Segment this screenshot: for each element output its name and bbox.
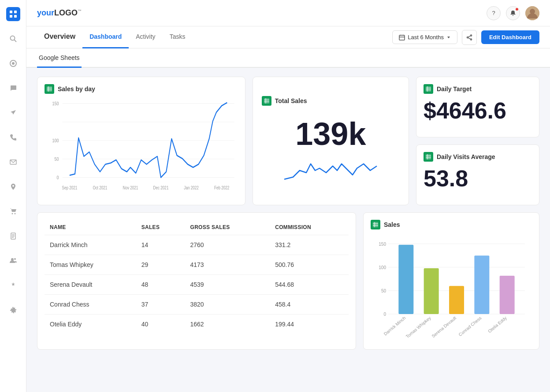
logo-tm: ™ <box>78 9 82 13</box>
sidebar-item-home[interactable] <box>6 7 20 21</box>
svg-line-27 <box>468 37 470 39</box>
topbar-actions: ? <box>487 6 539 20</box>
svg-text:Dec 2021: Dec 2021 <box>153 185 169 190</box>
sidebar-item-mail[interactable] <box>6 155 20 169</box>
sidebar-item-cart[interactable] <box>6 204 20 218</box>
daily-target-title: Daily Target <box>437 85 472 92</box>
bar-chart-svg: 050100150Darrick MinchTomas WhipkeySeren… <box>371 235 529 340</box>
sidebar-item-users[interactable] <box>6 254 20 268</box>
sidebar-item-document[interactable] <box>6 229 20 243</box>
nav-area: Overview Dashboard Activity Tasks Last 6 <box>26 26 550 48</box>
nav-dashboard[interactable]: Dashboard <box>82 26 129 48</box>
sidebar-item-chat[interactable] <box>6 81 20 95</box>
svg-text:100: 100 <box>379 265 386 270</box>
table-row: Tomas Whipkey 29 4173 500.76 <box>45 255 349 275</box>
svg-point-7 <box>12 62 15 65</box>
svg-rect-19 <box>399 35 405 40</box>
nav-overview-label: Overview <box>44 33 75 41</box>
svg-rect-28 <box>47 86 52 92</box>
svg-text:150: 150 <box>52 101 59 106</box>
daily-visits-title: Daily Visits Average <box>437 153 495 160</box>
svg-rect-77 <box>474 255 489 314</box>
col-gross-sales: GROSS SALES <box>185 220 270 235</box>
sheets-icon-bar-chart <box>371 220 380 229</box>
cell-name: Serena Devault <box>45 275 136 295</box>
avatar[interactable] <box>525 6 539 20</box>
svg-text:50: 50 <box>381 288 386 293</box>
date-range-button[interactable]: Last 6 Months <box>392 30 457 44</box>
svg-text:Otelia Eddy: Otelia Eddy <box>487 315 508 334</box>
help-button[interactable]: ? <box>487 6 501 20</box>
nav-activity-label: Activity <box>136 33 155 40</box>
sales-bar-chart-card: Sales 050100150Darrick MinchTomas Whipke… <box>363 212 539 350</box>
col-sales: SALES <box>136 220 185 235</box>
nav-activity[interactable]: Activity <box>129 26 162 48</box>
notifications-button[interactable] <box>506 6 520 20</box>
svg-text:100: 100 <box>52 138 59 143</box>
main-content: yourLOGO™ ? Over <box>26 0 550 392</box>
svg-point-16 <box>14 258 16 260</box>
cell-commission: 331.2 <box>270 235 349 255</box>
bar-chart-title: Sales <box>384 221 400 228</box>
nav-overview[interactable]: Overview <box>37 26 82 48</box>
svg-text:Conrad Chess: Conrad Chess <box>458 315 483 337</box>
logo-text: your <box>37 8 54 17</box>
sidebar-item-location[interactable] <box>6 180 20 194</box>
daily-target-card: Daily Target $4646.6 <box>416 77 539 137</box>
right-column: Daily Target $4646.6 <box>416 77 539 205</box>
total-sales-title: Total Sales <box>275 97 307 104</box>
date-range-label: Last 6 Months <box>408 34 444 41</box>
sheets-icon-daily-visits <box>424 152 433 162</box>
cell-commission: 544.68 <box>270 275 349 295</box>
cell-commission: 500.76 <box>270 255 349 275</box>
daily-visits-card: Daily Visits Average 53.8 <box>416 144 539 205</box>
svg-text:Jan 2022: Jan 2022 <box>184 185 198 190</box>
svg-rect-79 <box>500 276 515 314</box>
sheet-icon3 <box>425 86 431 92</box>
table-body: Darrick Minch 14 2760 331.2 Tomas Whipke… <box>45 235 349 334</box>
svg-rect-71 <box>398 245 413 314</box>
daily-visits-value: 53.8 <box>424 167 532 190</box>
sidebar-item-tools[interactable] <box>6 278 20 292</box>
cell-sales: 29 <box>136 255 185 275</box>
svg-text:Tomas Whipkey: Tomas Whipkey <box>405 315 432 339</box>
svg-rect-1 <box>14 11 17 13</box>
svg-line-5 <box>14 40 16 42</box>
sheet-icon4 <box>425 154 431 160</box>
svg-rect-75 <box>449 286 464 314</box>
subnav-google-sheets[interactable]: Google Sheets <box>37 48 82 68</box>
sales-by-day-title: Sales by day <box>58 85 95 92</box>
cell-gross-sales: 1662 <box>185 314 270 334</box>
sheet-icon <box>46 86 52 92</box>
total-sales-card: Total Sales 139k <box>253 77 409 205</box>
chevron-down-icon <box>446 35 451 40</box>
sidebar <box>0 0 26 392</box>
sheet-icon2 <box>264 98 270 104</box>
sidebar-item-dashboard[interactable] <box>6 56 20 70</box>
edit-dashboard-button[interactable]: Edit Dashboard <box>481 30 539 44</box>
svg-rect-0 <box>10 11 12 13</box>
col-commission: COMMISSION <box>270 220 349 235</box>
cell-sales: 40 <box>136 314 185 334</box>
bar-chart: 050100150Darrick MinchTomas WhipkeySeren… <box>371 235 532 342</box>
sidebar-item-campaigns[interactable] <box>6 106 20 120</box>
nav-tasks[interactable]: Tasks <box>163 26 193 48</box>
sales-by-day-header: Sales by day <box>45 84 238 94</box>
logo: yourLOGO™ <box>37 8 82 18</box>
sheets-icon-total-sales <box>262 96 271 106</box>
sheets-icon-sales-day <box>45 84 54 94</box>
sidebar-item-settings[interactable] <box>6 303 20 317</box>
sidebar-item-phone[interactable] <box>6 130 20 144</box>
sidebar-item-search[interactable] <box>6 32 20 46</box>
share-button[interactable] <box>462 30 477 45</box>
svg-rect-3 <box>14 15 17 18</box>
svg-point-25 <box>467 37 468 38</box>
avatar-image <box>525 6 539 20</box>
svg-point-9 <box>11 213 13 214</box>
cell-name: Otelia Eddy <box>45 314 136 334</box>
total-sales-value: 139k <box>295 118 366 150</box>
daily-target-header: Daily Target <box>424 84 532 94</box>
sales-table: NAME SALES GROSS SALES COMMISSION Darric… <box>45 220 349 334</box>
cell-sales: 48 <box>136 275 185 295</box>
svg-point-24 <box>470 39 472 40</box>
